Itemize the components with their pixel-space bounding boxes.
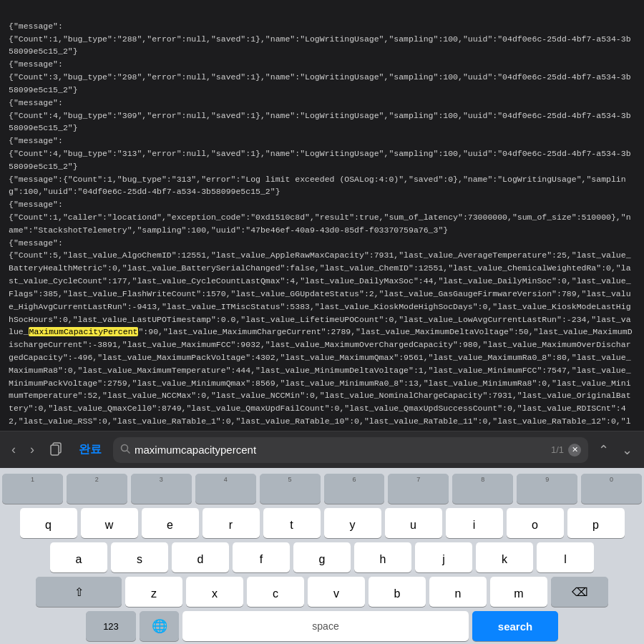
asdf-row: a s d f g h j k l [2, 542, 642, 572]
find-bar: ‹ › 완료 1/1 ✕ ⌃ ⌄ [0, 431, 644, 468]
key-x[interactable]: x [186, 577, 243, 607]
clear-search-button[interactable]: ✕ [568, 444, 581, 457]
key-w[interactable]: w [81, 508, 138, 538]
zxcv-row: ⇧ z x c v b n m ⌫ [2, 577, 642, 607]
key-b[interactable]: b [369, 577, 426, 607]
key-i[interactable]: i [446, 508, 503, 538]
key-8[interactable]: 8 [452, 474, 513, 504]
search-button[interactable]: search [472, 611, 558, 641]
done-button[interactable]: 완료 [73, 439, 107, 460]
key-l[interactable]: l [537, 542, 594, 572]
key-p[interactable]: p [567, 508, 625, 538]
key-n[interactable]: n [429, 577, 487, 607]
key-s[interactable]: s [111, 542, 168, 572]
bottom-row: 123 🌐 space search [2, 611, 642, 641]
key-j[interactable]: j [415, 542, 472, 572]
key-7[interactable]: 7 [388, 474, 449, 504]
key-5[interactable]: 5 [260, 474, 321, 504]
key-y[interactable]: y [324, 508, 381, 538]
key-g[interactable]: g [293, 542, 351, 572]
key-e[interactable]: e [142, 508, 199, 538]
search-highlight: MaximumCapacityPercent [29, 327, 139, 336]
key-k[interactable]: k [476, 542, 533, 572]
key-d[interactable]: d [172, 542, 229, 572]
forward-button[interactable]: › [26, 439, 39, 460]
space-key[interactable]: space [182, 611, 469, 641]
match-count: 1/1 [551, 444, 564, 455]
key-v[interactable]: v [308, 577, 365, 607]
key-4[interactable]: 4 [195, 474, 256, 504]
key-2[interactable]: 2 [67, 474, 127, 504]
backspace-key[interactable]: ⌫ [551, 577, 608, 607]
back-button[interactable]: ‹ [7, 439, 20, 460]
copy-button[interactable] [44, 439, 67, 462]
key-6[interactable]: 6 [324, 474, 385, 504]
search-icon [120, 444, 130, 456]
svg-rect-1 [51, 445, 59, 455]
content-area: {"message": {"Count":1,"bug_type":"288",… [0, 0, 644, 431]
search-input[interactable] [135, 444, 547, 456]
key-z[interactable]: z [125, 577, 182, 607]
arrow-buttons: ⌃ ⌄ [594, 441, 637, 459]
keyboard: 1 2 3 4 5 6 7 8 9 0 q w e [0, 468, 644, 644]
svg-line-3 [127, 451, 130, 454]
key-q[interactable]: q [20, 508, 77, 538]
key-m[interactable]: m [490, 577, 547, 607]
key-1[interactable]: 1 [2, 474, 63, 504]
next-match-button[interactable]: ⌄ [618, 441, 637, 459]
key-h[interactable]: h [354, 542, 411, 572]
shift-key[interactable]: ⇧ [36, 577, 122, 607]
prev-match-button[interactable]: ⌃ [594, 441, 613, 459]
qwerty-row: q w e r t y u i o p [2, 508, 642, 538]
key-9[interactable]: 9 [517, 474, 577, 504]
search-box: 1/1 ✕ [113, 437, 588, 463]
number-row: 1 2 3 4 5 6 7 8 9 0 [2, 474, 642, 504]
log-line-1: {"message": {"Count":1,"bug_type":"288",… [9, 21, 633, 431]
key-c[interactable]: c [247, 577, 304, 607]
numbers-key[interactable]: 123 [86, 611, 136, 641]
key-o[interactable]: o [507, 508, 564, 538]
key-0[interactable]: 0 [581, 474, 642, 504]
globe-key[interactable]: 🌐 [140, 611, 179, 641]
key-r[interactable]: r [203, 508, 260, 538]
key-f[interactable]: f [233, 542, 290, 572]
key-t[interactable]: t [263, 508, 321, 538]
key-u[interactable]: u [385, 508, 442, 538]
key-3[interactable]: 3 [131, 474, 192, 504]
key-a[interactable]: a [50, 542, 107, 572]
